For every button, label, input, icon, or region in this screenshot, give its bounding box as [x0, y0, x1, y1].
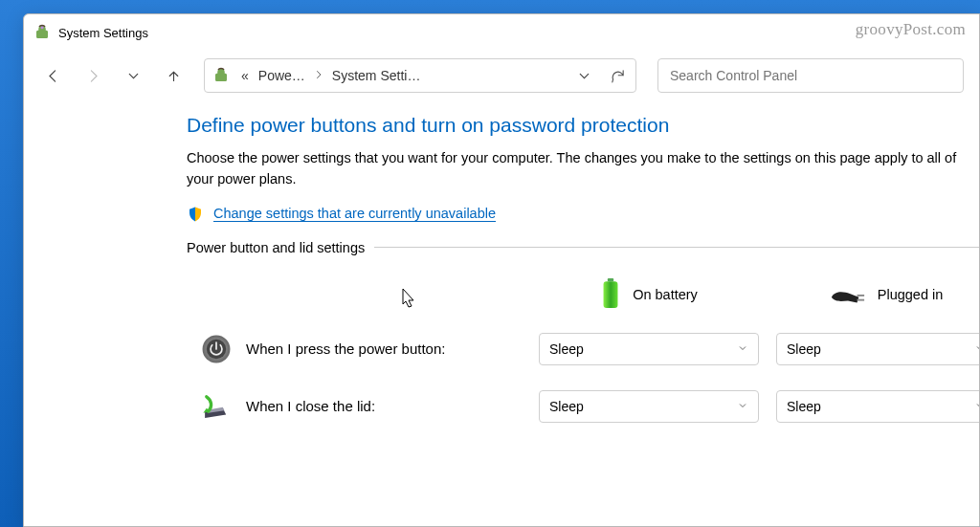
titlebar: System Settings — [24, 14, 979, 51]
select-value: Sleep — [787, 341, 821, 357]
plug-icon — [830, 282, 866, 308]
page-heading: Define power buttons and turn on passwor… — [187, 114, 979, 137]
system-settings-window: groovyPost.com System Settings « Powe… — [23, 13, 980, 527]
power-button-label: When I press the power button: — [246, 340, 445, 357]
refresh-button[interactable] — [603, 61, 632, 90]
breadcrumb-seg-power[interactable]: Powe… — [256, 64, 307, 87]
chevron-right-icon — [313, 68, 324, 83]
content-area: Define power buttons and turn on passwor… — [24, 104, 979, 448]
lid-plugged-select[interactable]: Sleep — [776, 390, 980, 423]
chevron-down-icon — [974, 341, 980, 357]
svg-point-0 — [41, 26, 44, 29]
lid-row: When I close the lid: Sleep Sleep — [187, 390, 980, 423]
plugged-in-header: Plugged in — [776, 282, 980, 308]
back-button[interactable] — [39, 62, 66, 89]
lid-battery-select[interactable]: Sleep — [539, 390, 759, 423]
svg-rect-4 — [857, 298, 864, 300]
svg-rect-2 — [604, 281, 618, 308]
shield-icon — [187, 206, 204, 223]
svg-rect-3 — [857, 294, 864, 296]
column-headers: On battery Plugged in — [187, 278, 980, 312]
breadcrumb-prefix: « — [239, 64, 251, 87]
breadcrumb-dropdown-chevron-icon[interactable] — [570, 62, 597, 89]
chevron-down-icon — [737, 399, 748, 414]
select-value: Sleep — [787, 399, 821, 414]
power-button-plugged-select[interactable]: Sleep — [776, 333, 980, 365]
power-button-row: When I press the power button: Sleep Sle… — [187, 333, 980, 365]
breadcrumb-seg-system-settings[interactable]: System Setti… — [330, 64, 423, 87]
lid-label: When I close the lid: — [246, 398, 375, 414]
select-value: Sleep — [549, 399, 584, 414]
window-title: System Settings — [58, 26, 148, 40]
breadcrumb[interactable]: « Powe… System Setti… — [204, 58, 636, 93]
up-button[interactable] — [160, 62, 187, 89]
section-legend: Power button and lid settings — [187, 240, 374, 255]
battery-icon — [600, 278, 621, 312]
chevron-down-icon — [974, 399, 980, 414]
plugged-in-label: Plugged in — [878, 287, 944, 302]
power-button-icon — [200, 333, 233, 365]
svg-rect-1 — [608, 278, 613, 281]
chevron-down-icon — [737, 341, 748, 357]
nav-toolbar: « Powe… System Setti… — [24, 51, 979, 104]
search-input[interactable] — [657, 58, 964, 93]
select-value: Sleep — [549, 341, 584, 357]
app-icon — [33, 24, 51, 41]
on-battery-header: On battery — [539, 278, 759, 312]
recent-chevron-icon[interactable] — [120, 62, 146, 89]
watermark: groovyPost.com — [856, 20, 966, 39]
on-battery-label: On battery — [633, 287, 698, 302]
change-settings-link[interactable]: Change settings that are currently unava… — [213, 206, 496, 222]
forward-button[interactable] — [79, 62, 106, 89]
power-button-lid-section: Power button and lid settings On battery — [187, 240, 980, 448]
laptop-lid-icon — [200, 390, 233, 423]
power-button-battery-select[interactable]: Sleep — [539, 333, 759, 365]
page-description: Choose the power settings that you want … — [187, 148, 979, 190]
change-settings-row: Change settings that are currently unava… — [187, 206, 979, 223]
breadcrumb-app-icon — [212, 67, 230, 84]
